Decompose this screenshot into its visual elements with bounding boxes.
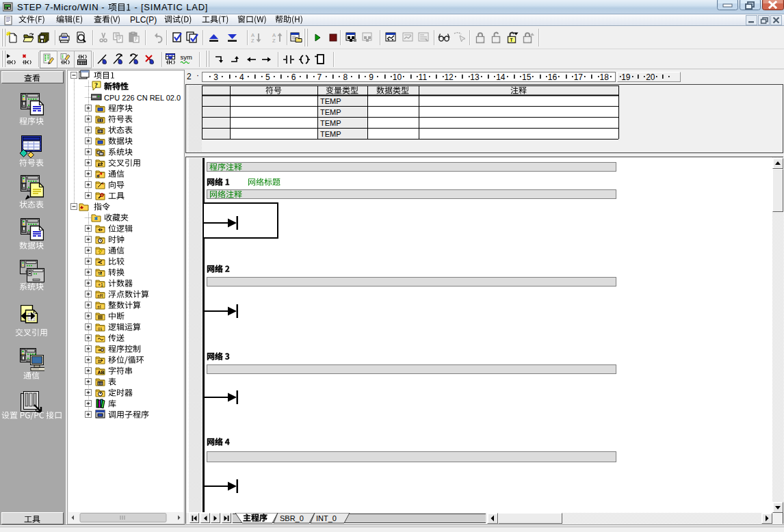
- svg-text:AB: AB: [98, 370, 105, 375]
- svg-text:+1: +1: [98, 282, 103, 287]
- svg-text:±I: ±I: [97, 304, 101, 309]
- svg-text:±R: ±R: [97, 293, 103, 298]
- svg-text:01: 01: [98, 327, 103, 331]
